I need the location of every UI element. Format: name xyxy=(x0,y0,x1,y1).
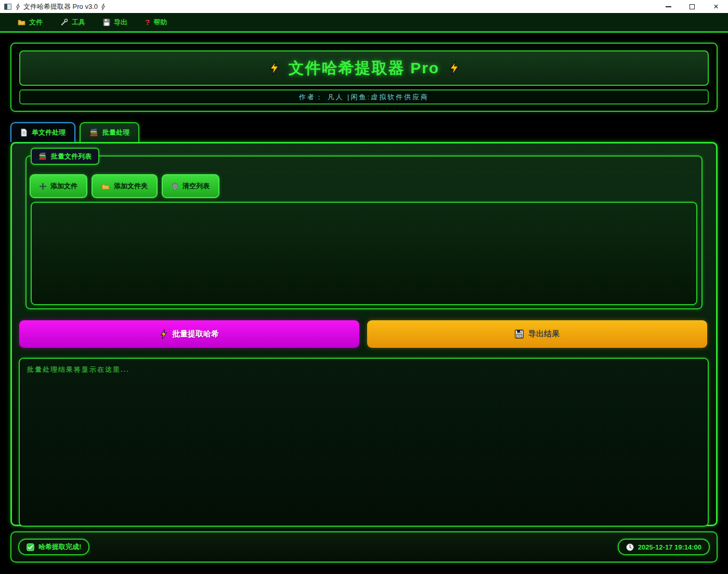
plus-icon xyxy=(40,183,46,190)
batch-file-listbox[interactable] xyxy=(31,202,697,305)
trash-icon xyxy=(172,182,178,190)
batch-results-textarea[interactable] xyxy=(19,358,709,527)
menu-item-label: 帮助 xyxy=(153,18,167,27)
books-icon xyxy=(89,128,98,137)
document-icon xyxy=(20,128,28,137)
clock-icon xyxy=(626,543,634,551)
app-title-banner: 文件哈希提取器 Pro xyxy=(19,50,709,86)
tab-label: 批量处理 xyxy=(102,128,129,137)
page-title: 文件哈希提取器 Pro xyxy=(289,58,439,79)
add-folder-button[interactable]: 添加文件夹 xyxy=(92,174,158,198)
timestamp-text: 2025-12-17 19:14:00 xyxy=(638,543,701,551)
close-button[interactable]: × xyxy=(704,0,728,13)
lightning-icon xyxy=(15,3,21,10)
header: 文件哈希提取器 Pro 作者： 凡人 |闲鱼:虚拟软件供应商 xyxy=(10,43,718,112)
lightning-icon xyxy=(160,329,167,340)
menu-item-file[interactable]: 文件 xyxy=(11,16,49,29)
menu-item-help[interactable]: ? 帮助 xyxy=(139,16,173,29)
add-file-button[interactable]: 添加文件 xyxy=(30,174,87,198)
button-label: 清空列表 xyxy=(183,181,210,191)
file-toolbar: 添加文件 添加文件夹 清空列表 xyxy=(29,174,699,198)
author-text: 作者： 凡人 |闲鱼:虚拟软件供应商 xyxy=(299,93,429,102)
tab-batch[interactable]: 批量处理 xyxy=(80,122,139,142)
maximize-button[interactable] xyxy=(680,0,704,13)
lightning-icon xyxy=(268,60,280,76)
lightning-icon xyxy=(100,3,106,10)
menu-item-export[interactable]: 导出 xyxy=(97,16,134,29)
button-label: 添加文件夹 xyxy=(114,181,148,191)
status-bar: 哈希提取完成! 2025-12-17 19:14:00 xyxy=(10,531,718,563)
maximize-icon xyxy=(690,4,695,9)
timestamp-badge: 2025-12-17 19:14:00 xyxy=(618,539,710,555)
menu-item-label: 工具 xyxy=(72,18,85,27)
menubar: 文件 工具 导出 ? 帮助 xyxy=(0,13,728,33)
minimize-button[interactable] xyxy=(656,0,680,13)
clear-list-button[interactable]: 清空列表 xyxy=(162,174,219,198)
batch-file-list-group: 批量文件列表 添加文件 添加文件夹 清空列表 xyxy=(25,155,703,309)
window-title: 文件哈希提取器 Pro v3.0 xyxy=(23,2,98,11)
tab-label: 单文件处理 xyxy=(32,128,66,137)
batch-extract-hash-button[interactable]: 批量提取哈希 xyxy=(19,320,359,348)
batch-panel: 批量文件列表 添加文件 添加文件夹 清空列表 xyxy=(10,142,718,526)
status-badge: 哈希提取完成! xyxy=(18,539,89,555)
floppy-icon xyxy=(103,19,110,26)
button-label: 批量提取哈希 xyxy=(172,329,219,339)
group-label-chip: 批量文件列表 xyxy=(31,148,99,165)
menu-item-label: 文件 xyxy=(29,18,43,27)
lightning-icon xyxy=(448,60,460,76)
app-icon xyxy=(4,4,11,10)
books-icon xyxy=(38,152,47,160)
tab-bar: 单文件处理 批量处理 xyxy=(10,122,728,142)
app-window: 文件哈希提取器 Pro v3.0 × 文件 工具 导出 ? 帮助 xyxy=(0,0,728,574)
button-label: 导出结果 xyxy=(528,329,560,339)
action-buttons-row: 批量提取哈希 导出结果 xyxy=(19,320,707,348)
status-text: 哈希提取完成! xyxy=(38,542,81,552)
floppy-icon xyxy=(515,330,524,338)
menu-item-label: 导出 xyxy=(114,18,127,27)
minimize-icon xyxy=(666,6,671,7)
check-icon xyxy=(27,543,34,551)
author-bar: 作者： 凡人 |闲鱼:虚拟软件供应商 xyxy=(19,89,709,105)
titlebar: 文件哈希提取器 Pro v3.0 × xyxy=(0,0,728,13)
export-results-button[interactable]: 导出结果 xyxy=(367,320,707,348)
wrench-icon xyxy=(60,18,68,26)
button-label: 添加文件 xyxy=(50,181,77,191)
group-label: 批量文件列表 xyxy=(51,152,92,161)
question-icon: ? xyxy=(145,18,150,27)
folder-icon xyxy=(101,183,110,190)
tab-single-file[interactable]: 单文件处理 xyxy=(10,122,75,142)
folder-icon xyxy=(18,19,25,25)
menu-item-tools[interactable]: 工具 xyxy=(54,16,92,29)
